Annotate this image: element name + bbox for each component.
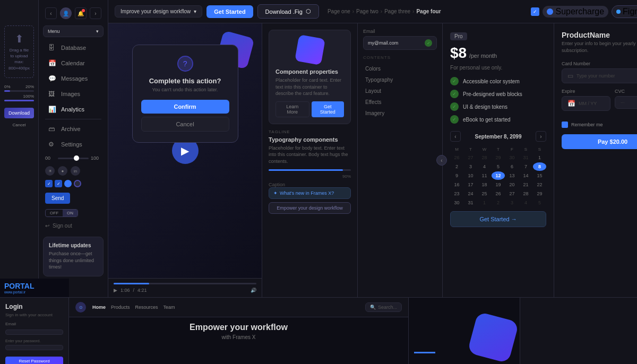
cal-day-cell[interactable]: 1: [533, 153, 546, 162]
cvc-input[interactable]: ···: [615, 96, 637, 109]
sidebar-item-database[interactable]: 🗄 Database: [42, 40, 105, 55]
cal-day-cell[interactable]: 10: [464, 171, 477, 180]
confirm-button[interactable]: Confirm: [141, 100, 229, 114]
pro-get-started-button[interactable]: Get Started →: [450, 211, 546, 227]
sidebar-item-calendar[interactable]: 📅 Calendar: [42, 56, 105, 71]
contents-item-effects[interactable]: Effects: [363, 97, 437, 108]
cancel-link[interactable]: Cancel: [4, 123, 34, 127]
cal-day-cell[interactable]: 22: [533, 180, 546, 189]
cal-day-cell[interactable]: 28: [478, 153, 491, 162]
cal-day-cell[interactable]: 3: [464, 162, 477, 171]
cal-day-cell[interactable]: 24: [464, 189, 477, 198]
sun-icon[interactable]: ☀: [45, 166, 55, 176]
cal-day-cell[interactable]: 19: [492, 180, 505, 189]
cal-day-cell[interactable]: 4: [478, 162, 491, 171]
sidebar-item-archive[interactable]: 🗃 Archive: [42, 122, 105, 136]
toggle-off[interactable]: OFF: [46, 210, 63, 216]
cal-day-cell[interactable]: 29: [533, 189, 546, 198]
whats-new-button[interactable]: ✦ What's new in Frames X?: [269, 187, 351, 199]
cal-day-cell[interactable]: 29: [492, 153, 505, 162]
web-nav-resources[interactable]: Resources: [135, 305, 158, 310]
web-nav-products[interactable]: Products: [111, 305, 130, 310]
sign-out-button[interactable]: ↩ Sign out: [39, 219, 108, 232]
cal-day-cell[interactable]: 7: [519, 162, 532, 171]
web-search-bar[interactable]: 🔍 Search...: [365, 302, 402, 312]
slider-track[interactable]: [58, 158, 89, 159]
cal-day-cell[interactable]: 4: [519, 198, 532, 207]
radio-1[interactable]: [64, 180, 72, 187]
cal-day-cell[interactable]: 27: [505, 189, 519, 198]
cal-day-cell[interactable]: 28: [519, 189, 532, 198]
login-password-input[interactable]: [5, 345, 63, 350]
sidebar-item-messages[interactable]: 💬 Messages: [42, 71, 105, 86]
cal-day-cell[interactable]: 30: [450, 198, 463, 207]
cal-day-cell[interactable]: 17: [464, 180, 477, 189]
upload-download-button[interactable]: Download: [4, 108, 34, 118]
learn-more-button[interactable]: Learn More: [276, 101, 309, 117]
linkedin-icon[interactable]: in: [71, 166, 80, 176]
contents-item-layout[interactable]: Layout: [363, 85, 437, 97]
checkbox-1[interactable]: ✓: [45, 180, 53, 187]
video-progress[interactable]: [114, 283, 256, 284]
cal-day-cell[interactable]: 6: [505, 162, 519, 171]
checkbox-2[interactable]: ✓: [55, 180, 62, 187]
send-button[interactable]: Send: [45, 193, 70, 204]
sidebar-item-images[interactable]: 🖼 Images: [42, 86, 105, 101]
breadcrumb-active[interactable]: Page four: [416, 8, 441, 14]
nav-notification-button[interactable]: 🔔: [75, 7, 87, 19]
workflow-dropdown[interactable]: Improve your design workflow ▾: [115, 5, 202, 18]
cal-day-cell[interactable]: 31: [519, 153, 532, 162]
breadcrumb-item[interactable]: Page one: [328, 8, 350, 14]
cal-day-cell[interactable]: 14: [519, 171, 532, 180]
web-nav-team[interactable]: Team: [163, 305, 175, 310]
cal-day-cell[interactable]: 3: [505, 198, 519, 207]
cal-day-cell[interactable]: 13: [505, 171, 519, 180]
volume-icon[interactable]: 🔊: [251, 288, 256, 293]
web-nav-home[interactable]: Home: [92, 305, 106, 310]
email-input[interactable]: my@mail.com ✓: [363, 36, 437, 50]
cal-day-cell[interactable]: 16: [450, 180, 463, 189]
cal-next-button[interactable]: ›: [536, 131, 546, 142]
download-fig-button[interactable]: Download .Fig ⬡: [257, 4, 319, 19]
nav-dropdown[interactable]: Menu ▾: [43, 25, 104, 37]
cal-day-cell[interactable]: 27: [464, 153, 477, 162]
cal-day-cell[interactable]: 21: [519, 180, 532, 189]
toggle-on[interactable]: ON: [63, 210, 78, 216]
chevron-left-button[interactable]: ‹: [436, 155, 447, 166]
upload-area[interactable]: ⬆ Drag a file to uploadmax: 800×400px: [4, 25, 34, 78]
get-started-sm-button[interactable]: Get Started: [312, 101, 345, 117]
contents-item-colors[interactable]: Colors: [363, 63, 437, 74]
breadcrumb-item[interactable]: Page three: [384, 8, 410, 14]
cal-day-cell[interactable]: 31: [464, 198, 477, 207]
reset-password-button[interactable]: Reset Password: [5, 357, 63, 364]
nav-forward-button[interactable]: ›: [90, 7, 101, 19]
cal-day-cell[interactable]: 26: [492, 189, 505, 198]
toggle-off-on[interactable]: OFF ON: [45, 209, 78, 217]
contents-item-imagery[interactable]: Imagery: [363, 108, 437, 119]
nav-back-button[interactable]: ‹: [45, 7, 57, 19]
expire-input[interactable]: 📅 MM / YY: [562, 96, 610, 111]
radio-2[interactable]: [74, 180, 81, 187]
sidebar-item-analytics[interactable]: 📊 Analytics: [42, 102, 105, 117]
cal-day-cell[interactable]: 25: [478, 189, 491, 198]
cal-day-cell[interactable]: 1: [478, 198, 491, 207]
remember-checkbox[interactable]: [562, 122, 568, 128]
play-icon[interactable]: ▶: [114, 288, 117, 293]
cal-day-cell[interactable]: 18: [478, 180, 491, 189]
cal-day-cell[interactable]: 2: [492, 198, 505, 207]
cal-day-cell[interactable]: 15: [533, 171, 546, 180]
login-email-input[interactable]: [5, 330, 63, 335]
cal-day-cell[interactable]: 30: [505, 153, 519, 162]
get-started-button[interactable]: Get Started: [206, 5, 253, 18]
cal-prev-button[interactable]: ‹: [450, 131, 461, 142]
supercharge-toggle[interactable]: Supercharge: [543, 6, 608, 18]
cal-day-cell[interactable]: 23: [450, 189, 463, 198]
cal-day-cell[interactable]: 8: [533, 162, 546, 171]
cal-day-cell[interactable]: 20: [505, 180, 519, 189]
cal-day-cell[interactable]: 2: [450, 162, 463, 171]
cal-day-cell[interactable]: 12: [492, 171, 505, 180]
cal-day-cell[interactable]: 9: [450, 171, 463, 180]
card-number-input[interactable]: ▭ Type your number: [562, 68, 637, 83]
cal-day-cell[interactable]: 26: [450, 153, 463, 162]
pay-button[interactable]: Pay $20.00: [562, 134, 637, 149]
